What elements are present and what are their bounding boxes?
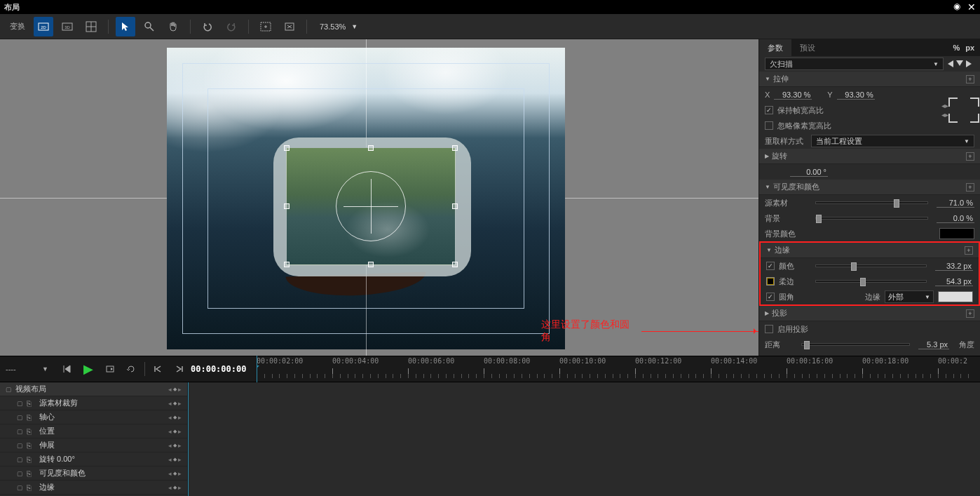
source-opacity-value[interactable]: 71.0 % xyxy=(937,199,974,208)
next-frame-button[interactable] xyxy=(101,360,118,378)
tab-presets[interactable]: 预设 xyxy=(791,39,824,56)
section-border[interactable]: ▼边缘 + xyxy=(761,243,979,258)
resize-handle[interactable] xyxy=(284,145,290,151)
section-visibility[interactable]: ▼可见度和颜色 + xyxy=(759,180,980,195)
mode-2d-button[interactable]: 2D xyxy=(34,17,53,36)
svg-point-7 xyxy=(145,22,151,28)
track-row[interactable]: ▢⎘位置◂◆▸ xyxy=(0,424,187,438)
resize-handle[interactable] xyxy=(284,203,290,209)
add-keyframe-icon[interactable]: + xyxy=(966,152,974,161)
shadow-enable-checkbox[interactable] xyxy=(765,325,773,333)
border-color-value[interactable]: 33.2 px xyxy=(935,262,973,271)
resize-handle[interactable] xyxy=(452,145,458,151)
link-icon[interactable]: ⎘ xyxy=(27,483,36,492)
mode-3d-button[interactable]: 3D xyxy=(57,17,77,36)
chevron-down-icon[interactable]: ▼ xyxy=(36,360,54,378)
canvas-viewport[interactable]: 这里设置了颜色和圆角 xyxy=(0,39,758,356)
resample-dropdown[interactable]: 当前工程设置▼ xyxy=(811,135,974,147)
resize-handle[interactable] xyxy=(452,262,458,267)
link-xy-icon[interactable]: ◂▸◂▸ xyxy=(941,102,948,119)
link-icon[interactable]: ⎘ xyxy=(27,455,36,464)
timeline-ruler[interactable]: 00:00:02:0000:00:04:0000:00:06:0000:00:0… xyxy=(257,356,974,382)
stretch-y-input[interactable]: 93.30 % xyxy=(837,91,875,100)
pointer-tool-button[interactable] xyxy=(116,17,135,36)
bg-opacity-value[interactable]: 0.0 % xyxy=(937,214,974,223)
border-soft-slider[interactable] xyxy=(815,280,927,283)
resize-handle[interactable] xyxy=(452,203,458,209)
undo-button[interactable] xyxy=(198,17,217,36)
track-row[interactable]: ▢⎘轴心◂◆▸ xyxy=(0,410,187,424)
current-timecode[interactable]: 00:00:00:00 xyxy=(191,364,254,374)
source-opacity-slider[interactable] xyxy=(815,201,928,204)
section-rotate[interactable]: ▶旋转 + xyxy=(759,149,980,164)
zoom-tool-button[interactable] xyxy=(139,17,159,36)
chevron-down-icon: ▼ xyxy=(351,23,358,30)
prev-key-button[interactable] xyxy=(149,360,167,378)
crop-button[interactable] xyxy=(280,17,299,36)
playhead[interactable] xyxy=(257,356,257,382)
track-row[interactable]: ▢⎘可见度和颜色◂◆▸ xyxy=(0,467,187,481)
properties-panel: 参数 预设 % px 欠扫描▼ ▼拉伸 + X 93.30 % xyxy=(758,39,980,356)
add-keyframe-icon[interactable]: + xyxy=(966,183,974,192)
border-soft-checkbox[interactable] xyxy=(766,277,775,286)
add-keyframe-icon[interactable]: + xyxy=(966,75,974,83)
link-icon[interactable]: ⎘ xyxy=(27,399,36,408)
border-color-checkbox[interactable] xyxy=(766,262,775,270)
next-key-button[interactable] xyxy=(170,360,188,378)
track-row[interactable]: ▢⎘伸展◂◆▸ xyxy=(0,438,187,453)
safe-area-button[interactable] xyxy=(256,17,275,36)
bg-opacity-slider[interactable] xyxy=(815,217,928,220)
svg-line-8 xyxy=(150,27,154,31)
track-row[interactable]: ▢⎘边缘◂◆▸ xyxy=(0,481,187,495)
svg-text:3D: 3D xyxy=(64,25,70,29)
track-root[interactable]: ▢ 视频布局 ◂◆▸ xyxy=(0,382,187,396)
unit-px[interactable]: px xyxy=(965,43,974,52)
ruler-mark: 00:00:12:00 xyxy=(635,357,711,365)
loop-button[interactable] xyxy=(123,360,140,378)
border-rounded-checkbox[interactable] xyxy=(766,293,775,301)
resize-handle[interactable] xyxy=(368,145,374,151)
link-icon[interactable]: ⎘ xyxy=(27,469,36,478)
fit-corners[interactable] xyxy=(948,98,979,123)
aspect-icons[interactable] xyxy=(948,60,974,67)
section-shadow[interactable]: ▶投影 + xyxy=(759,306,980,321)
section-stretch[interactable]: ▼拉伸 + xyxy=(759,72,980,87)
keep-aspect-checkbox[interactable] xyxy=(765,106,773,114)
mode-grid-button[interactable] xyxy=(81,17,101,36)
track-selector[interactable]: ---- xyxy=(6,365,32,373)
window-settings-icon[interactable]: ◉ xyxy=(953,1,960,13)
ignore-par-checkbox[interactable] xyxy=(765,121,773,130)
prev-frame-button[interactable] xyxy=(58,360,76,378)
add-keyframe-icon[interactable]: + xyxy=(966,309,974,318)
track-row[interactable]: ▢⎘源素材裁剪◂◆▸ xyxy=(0,396,187,410)
redo-button[interactable] xyxy=(222,17,241,36)
zoom-dropdown[interactable]: 73.53% ▼ xyxy=(314,22,363,31)
link-icon[interactable]: ⎘ xyxy=(27,413,36,422)
shadow-distance-slider[interactable] xyxy=(801,343,910,346)
selection-box[interactable] xyxy=(286,147,456,265)
track-row[interactable]: ▢⎘旋转 0.00°◂◆▸ xyxy=(0,453,187,467)
hand-tool-button[interactable] xyxy=(163,17,183,36)
bg-color-swatch[interactable] xyxy=(939,228,974,239)
add-keyframe-icon[interactable]: + xyxy=(965,246,973,255)
tab-params[interactable]: 参数 xyxy=(759,39,791,56)
edge-mode-dropdown[interactable]: 外部▼ xyxy=(885,290,934,303)
window-close-icon[interactable]: ✕ xyxy=(967,1,976,13)
track-lanes[interactable] xyxy=(188,382,980,496)
border-soft-value[interactable]: 54.3 px xyxy=(935,277,973,286)
border-color-swatch[interactable] xyxy=(938,291,973,302)
unit-percent[interactable]: % xyxy=(953,43,960,52)
resize-handle[interactable] xyxy=(284,262,290,267)
play-button[interactable]: ▶ xyxy=(79,360,97,378)
resize-handle[interactable] xyxy=(368,262,374,267)
shadow-distance-value[interactable]: 5.3 px xyxy=(918,340,949,349)
overscan-dropdown[interactable]: 欠扫描▼ xyxy=(765,58,944,70)
annotation-text: 这里设置了颜色和圆角 xyxy=(541,319,758,344)
rotate-input[interactable]: 0.00 ° xyxy=(790,168,828,177)
ruler-mark: 00:00:2 xyxy=(938,357,974,365)
rotation-indicator[interactable] xyxy=(336,171,406,241)
stretch-x-input[interactable]: 93.30 % xyxy=(774,91,812,100)
border-color-slider[interactable] xyxy=(815,264,927,267)
link-icon[interactable]: ⎘ xyxy=(27,441,36,450)
link-icon[interactable]: ⎘ xyxy=(27,427,36,436)
